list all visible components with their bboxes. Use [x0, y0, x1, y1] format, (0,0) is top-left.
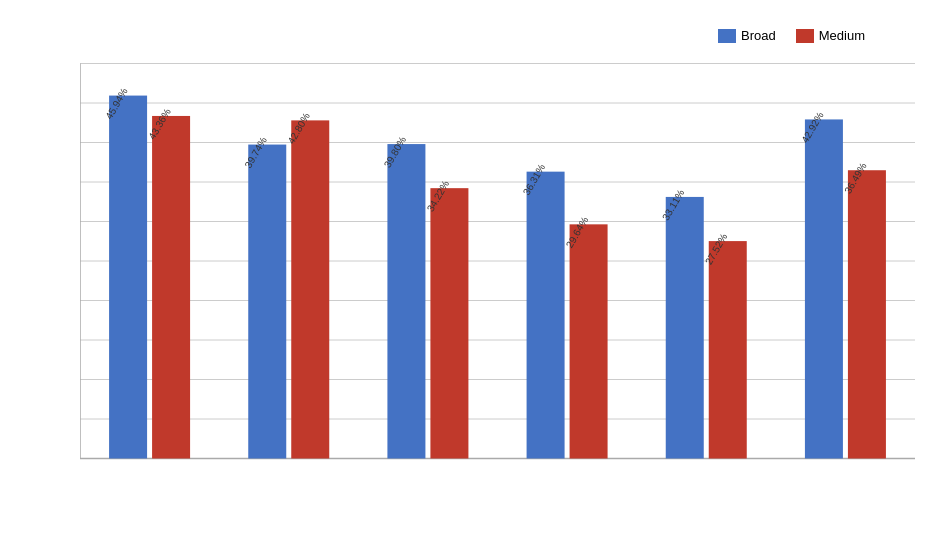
svg-rect-34: [387, 144, 425, 458]
svg-rect-26: [152, 116, 190, 459]
svg-rect-36: [430, 188, 468, 458]
svg-rect-44: [666, 197, 704, 459]
svg-rect-29: [248, 145, 286, 459]
broad-label: Broad: [741, 28, 776, 43]
svg-rect-39: [527, 172, 565, 459]
svg-rect-49: [805, 119, 843, 458]
svg-rect-46: [709, 241, 747, 458]
chart-svg: 0.0%5.0%10.0%15.0%20.0%25.0%30.0%35.0%40…: [80, 55, 915, 467]
legend-broad: Broad: [718, 28, 776, 43]
svg-rect-24: [109, 96, 147, 459]
medium-swatch: [796, 29, 814, 43]
medium-label: Medium: [819, 28, 865, 43]
svg-rect-31: [291, 120, 329, 458]
legend: Broad Medium: [718, 28, 865, 43]
svg-rect-51: [848, 170, 886, 458]
legend-medium: Medium: [796, 28, 865, 43]
chart-container: Broad Medium 0.0%5.0%10.0%15.0%20.0%25.0…: [10, 10, 925, 527]
broad-swatch: [718, 29, 736, 43]
svg-rect-41: [570, 224, 608, 458]
